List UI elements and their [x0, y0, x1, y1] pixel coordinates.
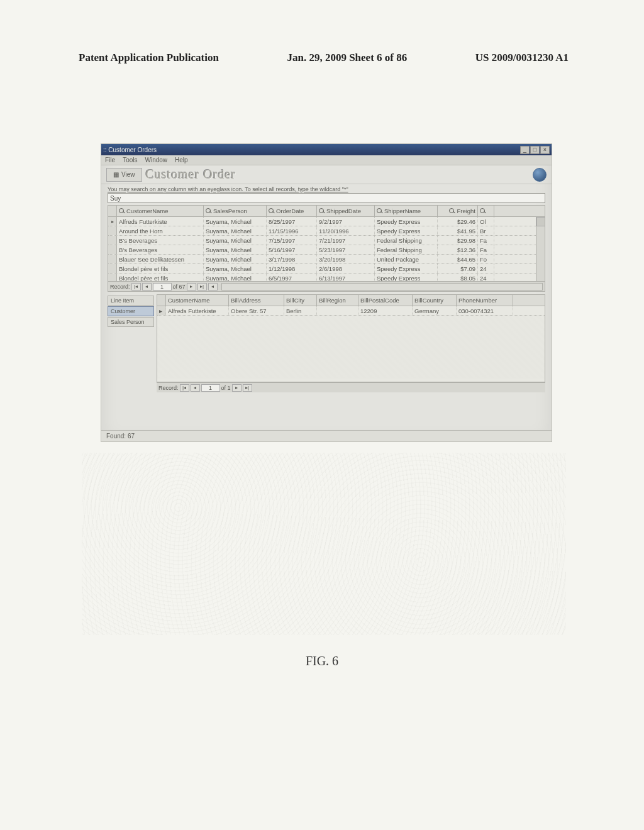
search-value: Suy — [110, 195, 121, 202]
scol-bill-address[interactable]: BillAddress — [229, 295, 284, 306]
page-header: Patent Application Publication Jan. 29, … — [0, 52, 644, 64]
table-row[interactable]: Blondel père et filsSuyama, Michael1/12/… — [108, 264, 545, 274]
row-marker — [108, 264, 117, 273]
window-title: :: Customer Orders — [103, 147, 519, 153]
sub-record-position: 1 — [201, 384, 220, 392]
eyeglass-icon — [206, 208, 212, 214]
search-instruction: You may search on any column with an eye… — [101, 184, 552, 193]
scol-bill-country[interactable]: BillCountry — [413, 295, 457, 306]
eyeglass-icon — [319, 208, 325, 214]
record-position: 1 — [153, 283, 172, 290]
record-total: of 67 — [173, 284, 186, 290]
tab-sales-person[interactable]: Sales Person — [108, 317, 154, 327]
nav-prev-button[interactable]: ◂ — [142, 283, 152, 290]
horizontal-scrollbar[interactable] — [221, 283, 543, 290]
scan-noise — [82, 453, 566, 635]
row-marker — [108, 255, 117, 263]
detail-tabs: Line Item Customer Sales Person — [108, 294, 154, 392]
table-row[interactable]: ▸Alfreds FutterkisteSuyama, Michael8/25/… — [108, 217, 545, 226]
menu-window[interactable]: Window — [145, 157, 167, 163]
row-marker — [108, 236, 117, 245]
nav-last-button[interactable]: ▸| — [197, 283, 207, 290]
scol-phone[interactable]: PhoneNumber — [457, 295, 513, 306]
sub-nav-last-button[interactable]: ▸| — [243, 384, 252, 392]
col-freight[interactable]: Freight — [438, 206, 478, 216]
scol-bill-postal[interactable]: BillPostalCode — [358, 295, 413, 306]
table-row[interactable]: Around the HornSuyama, Michael11/15/1996… — [108, 226, 545, 236]
tab-line-item[interactable]: Line Item — [108, 296, 154, 306]
col-shipped-date[interactable]: ShippedDate — [317, 206, 375, 216]
subgrid-header: CustomerName BillAddress BillCity BillRe… — [157, 295, 545, 306]
scol-bill-city[interactable]: BillCity — [284, 295, 317, 306]
pub-right: US 2009/0031230 A1 — [475, 52, 569, 64]
scol-bill-region[interactable]: BillRegion — [317, 295, 358, 306]
tab-customer[interactable]: Customer — [108, 306, 154, 316]
table-row[interactable]: B's BeveragesSuyama, Michael7/15/19977/2… — [108, 236, 545, 245]
row-marker: ▸ — [108, 217, 117, 226]
maximize-button[interactable]: □ — [530, 146, 540, 154]
sub-nav-next-button[interactable]: ▸ — [232, 384, 242, 392]
pub-center: Jan. 29, 2009 Sheet 6 of 86 — [287, 52, 407, 64]
vertical-scrollbar[interactable] — [536, 217, 545, 291]
minimize-button[interactable]: _ — [520, 146, 530, 154]
scol-customer-name[interactable]: CustomerName — [166, 295, 229, 306]
globe-icon — [533, 168, 547, 182]
titlebar: :: Customer Orders _ □ × — [101, 144, 552, 155]
pub-left: Patent Application Publication — [79, 52, 219, 64]
sub-record-total: of 1 — [221, 385, 231, 391]
col-shipper-name[interactable]: ShipperName — [375, 206, 438, 216]
sub-record-label: Record: — [158, 385, 179, 391]
search-input[interactable]: Suy — [108, 193, 545, 203]
sub-record-navigator: Record: |◂ ◂ 1 of 1 ▸ ▸| — [157, 382, 545, 392]
grid-icon: ▦ — [113, 171, 119, 178]
col-extra[interactable] — [478, 206, 494, 216]
menu-file[interactable]: File — [105, 157, 115, 163]
eyeglass-icon — [119, 208, 125, 214]
col-customer-name[interactable]: CustomerName — [117, 206, 204, 216]
col-sales-person[interactable]: SalesPerson — [204, 206, 267, 216]
col-order-date[interactable]: OrderDate — [267, 206, 317, 216]
view-title: Customer Order — [146, 167, 236, 182]
row-marker: ▸ — [157, 306, 166, 315]
figure-caption: FIG. 6 — [0, 654, 644, 668]
view-row: ▦ View Customer Order — [101, 165, 552, 184]
status-text: Found: 67 — [106, 433, 135, 440]
record-navigator: Record: |◂ ◂ 1 of 67 ▸ ▸| ◂ — [108, 281, 545, 291]
subgrid-row[interactable]: ▸ Alfreds Futterkiste Obere Str. 57 Berl… — [157, 306, 545, 316]
view-button[interactable]: ▦ View — [106, 168, 142, 182]
nav-new-button[interactable]: ◂ — [208, 283, 218, 290]
customer-subgrid: CustomerName BillAddress BillCity BillRe… — [157, 294, 545, 382]
app-window: :: Customer Orders _ □ × File Tools Wind… — [101, 143, 552, 442]
table-row[interactable]: Blauer See DelikatessenSuyama, Michael3/… — [108, 255, 545, 264]
eyeglass-icon — [480, 208, 486, 214]
nav-next-button[interactable]: ▸ — [187, 283, 196, 290]
status-bar: Found: 67 — [101, 430, 552, 441]
close-button[interactable]: × — [540, 146, 550, 154]
row-marker — [108, 226, 117, 235]
nav-first-button[interactable]: |◂ — [131, 283, 141, 290]
eyeglass-icon — [377, 208, 383, 214]
detail-section: Line Item Customer Sales Person Customer… — [108, 294, 545, 392]
empty-grid-area — [157, 316, 545, 379]
eyeglass-icon — [449, 208, 455, 214]
orders-grid: CustomerName SalesPerson OrderDate Shipp… — [108, 205, 545, 292]
sub-nav-first-button[interactable]: |◂ — [180, 384, 189, 392]
row-marker — [108, 245, 117, 254]
view-button-label: View — [121, 171, 135, 178]
sub-nav-prev-button[interactable]: ◂ — [191, 384, 200, 392]
menu-tools[interactable]: Tools — [123, 157, 137, 163]
eyeglass-icon — [269, 208, 275, 214]
grid-header: CustomerName SalesPerson OrderDate Shipp… — [108, 206, 545, 217]
menu-help[interactable]: Help — [175, 157, 188, 163]
table-row[interactable]: B's BeveragesSuyama, Michael5/16/19975/2… — [108, 245, 545, 255]
record-label: Record: — [110, 284, 130, 290]
menubar: File Tools Window Help — [101, 155, 552, 165]
